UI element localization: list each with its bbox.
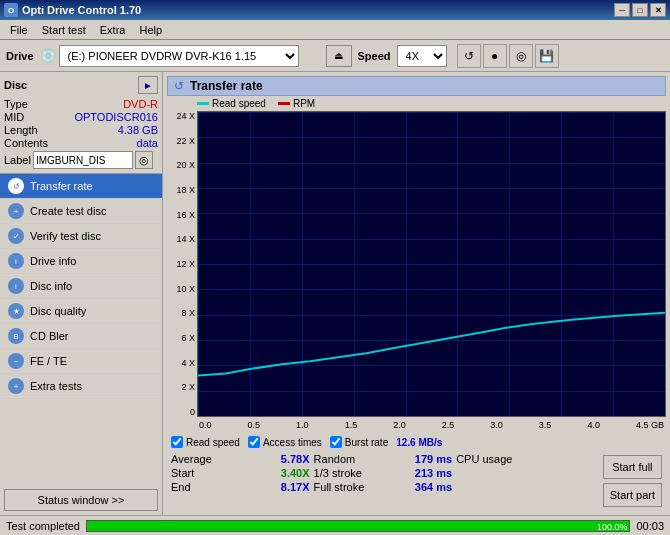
status-window-button[interactable]: Status window >>	[4, 489, 158, 511]
disc-label-row: Label ◎	[4, 151, 158, 169]
disc-length-label: Length	[4, 124, 38, 136]
end-label: End	[171, 481, 191, 493]
cb-read-speed-input[interactable]	[171, 436, 183, 448]
nav-item-extra-tests[interactable]: + Extra tests	[0, 374, 162, 399]
legend-read-speed-label: Read speed	[212, 98, 266, 109]
y-label-18: 18 X	[176, 185, 195, 195]
start-part-button[interactable]: Start part	[603, 483, 662, 507]
left-panel: Disc ► Type DVD-R MID OPTODISCR016 Lengt…	[0, 72, 163, 515]
action-buttons: Start full Start part	[599, 451, 666, 511]
nav-label-cd-bler: CD Bler	[30, 330, 69, 342]
nav-item-disc-info[interactable]: i Disc info	[0, 274, 162, 299]
progress-container: 100.0%	[86, 520, 630, 532]
disc-label-text: Label	[4, 154, 31, 166]
nav-label-disc-quality: Disc quality	[30, 305, 86, 317]
random-value: 179 ms	[415, 453, 452, 465]
onethird-value: 213 ms	[415, 467, 452, 479]
nav-item-transfer-rate[interactable]: ↺ Transfer rate	[0, 174, 162, 199]
x-label-25: 2.5	[442, 420, 455, 430]
settings-icon-btn[interactable]: ◎	[509, 44, 533, 68]
status-time: 00:03	[636, 520, 664, 532]
x-label-40: 4.0	[587, 420, 600, 430]
start-full-button[interactable]: Start full	[603, 455, 662, 479]
disc-mid-label: MID	[4, 111, 24, 123]
nav-label-extra-tests: Extra tests	[30, 380, 82, 392]
close-button[interactable]: ✕	[650, 3, 666, 17]
nav-label-transfer-rate: Transfer rate	[30, 180, 93, 192]
drive-select[interactable]: (E:) PIONEER DVDRW DVR-K16 1.15	[59, 45, 299, 67]
disc-refresh-button[interactable]: ►	[138, 76, 158, 94]
y-label-8: 8 X	[181, 308, 195, 318]
disc-section-title: Disc	[4, 79, 27, 91]
nav-icon-transfer-rate: ↺	[8, 178, 24, 194]
disc-icon-btn[interactable]: ●	[483, 44, 507, 68]
stats-col-1: Average 5.78X Start 3.40X End 8.17X	[171, 453, 310, 495]
nav-label-fe-te: FE / TE	[30, 355, 67, 367]
right-panel: ↺ Transfer rate Read speed RPM 24 X 22 X	[163, 72, 670, 515]
cb-burst-rate-label: Burst rate	[345, 437, 388, 448]
drive-bar: Drive 💿 (E:) PIONEER DVDRW DVR-K16 1.15 …	[0, 40, 670, 72]
legend-read-speed-color	[197, 102, 209, 105]
avg-value: 5.78X	[281, 453, 310, 465]
nav-icon-verify-test-disc: ✓	[8, 228, 24, 244]
chart-container: 24 X 22 X 20 X 18 X 16 X 14 X 12 X 10 X …	[167, 111, 666, 433]
legend-read-speed: Read speed	[197, 98, 266, 109]
nav-item-create-test-disc[interactable]: + Create test disc	[0, 199, 162, 224]
nav-item-disc-quality[interactable]: ★ Disc quality	[0, 299, 162, 324]
cb-read-speed-label: Read speed	[186, 437, 240, 448]
avg-label: Average	[171, 453, 212, 465]
app-title: Opti Drive Control 1.70	[22, 4, 141, 16]
start-label: Start	[171, 467, 194, 479]
cb-burst-rate: Burst rate	[330, 436, 388, 448]
nav-label-disc-info: Disc info	[30, 280, 72, 292]
y-label-16: 16 X	[176, 210, 195, 220]
progress-bar	[87, 521, 629, 531]
cpu-label: CPU usage	[456, 453, 512, 465]
nav-item-drive-info[interactable]: i Drive info	[0, 249, 162, 274]
y-label-20: 20 X	[176, 160, 195, 170]
toolbar-icons: ↺ ● ◎ 💾	[457, 44, 559, 68]
eject-button[interactable]: ⏏	[326, 45, 352, 67]
menu-file[interactable]: File	[4, 22, 34, 38]
x-label-30: 3.0	[490, 420, 503, 430]
y-label-4: 4 X	[181, 358, 195, 368]
nav-section: ↺ Transfer rate + Create test disc ✓ Ver…	[0, 174, 162, 485]
title-bar: O Opti Drive Control 1.70 ─ □ ✕	[0, 0, 670, 20]
cb-access-times-label: Access times	[263, 437, 322, 448]
y-label-2: 2 X	[181, 382, 195, 392]
cb-access-times: Access times	[248, 436, 322, 448]
nav-icon-create-test-disc: +	[8, 203, 24, 219]
nav-item-cd-bler[interactable]: B CD Bler	[0, 324, 162, 349]
menu-start-test[interactable]: Start test	[36, 22, 92, 38]
end-value: 8.17X	[281, 481, 310, 493]
menu-extra[interactable]: Extra	[94, 22, 132, 38]
drive-label: Drive	[6, 50, 34, 62]
stats-col-2: Random 179 ms 1/3 stroke 213 ms Full str…	[314, 453, 453, 495]
chart-curve-svg	[198, 112, 665, 416]
cb-burst-rate-input[interactable]	[330, 436, 342, 448]
save-icon-btn[interactable]: 💾	[535, 44, 559, 68]
x-label-05: 0.5	[248, 420, 261, 430]
y-label-12: 12 X	[176, 259, 195, 269]
speed-select[interactable]: 4X2X8X	[397, 45, 447, 67]
disc-contents-label: Contents	[4, 137, 48, 149]
burst-rate-value: 12.6 MB/s	[396, 437, 442, 448]
nav-item-verify-test-disc[interactable]: ✓ Verify test disc	[0, 224, 162, 249]
random-label: Random	[314, 453, 356, 465]
chart-header-icon: ↺	[174, 79, 184, 93]
maximize-button[interactable]: □	[632, 3, 648, 17]
minimize-button[interactable]: ─	[614, 3, 630, 17]
x-label-10: 1.0	[296, 420, 309, 430]
cb-access-times-input[interactable]	[248, 436, 260, 448]
checkbox-row: Read speed Access times Burst rate 12.6 …	[167, 433, 666, 451]
fullstroke-value: 364 ms	[415, 481, 452, 493]
x-label-35: 3.5	[539, 420, 552, 430]
legend-rpm-color	[278, 102, 290, 105]
disc-label-icon-btn[interactable]: ◎	[135, 151, 153, 169]
onethird-label: 1/3 stroke	[314, 467, 362, 479]
nav-label-drive-info: Drive info	[30, 255, 76, 267]
disc-label-input[interactable]	[33, 151, 133, 169]
refresh-icon-btn[interactable]: ↺	[457, 44, 481, 68]
menu-help[interactable]: Help	[133, 22, 168, 38]
nav-item-fe-te[interactable]: ~ FE / TE	[0, 349, 162, 374]
